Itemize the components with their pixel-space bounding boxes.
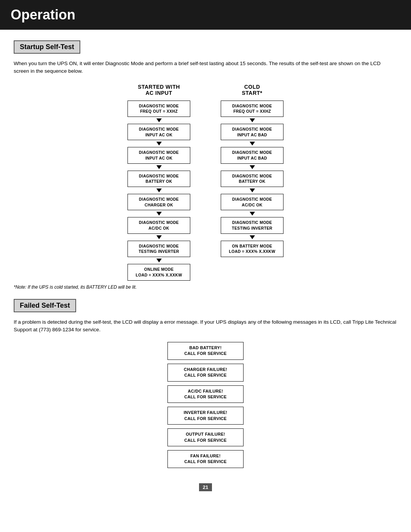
failed-boxes-container: Bad Battery! Call for Service Charger Fa… [14, 342, 397, 472]
page-title: Operation [11, 7, 400, 23]
arrow [156, 259, 162, 262]
failed-section: Failed Self-Test If a problem is detecte… [14, 299, 397, 472]
ac-box-1: Diagnostic Mode Freq Out = XXHz [127, 101, 190, 117]
failed-title: Failed Self-Test [14, 299, 76, 312]
arrow [250, 235, 255, 239]
cold-box-3: Diagnostic Mode Input AC Bad [221, 147, 284, 163]
startup-note: *Note: If the UPS is cold started, its B… [14, 284, 397, 290]
flow-col-ac-input: Started With AC Input Diagnostic Mode Fr… [127, 84, 190, 281]
cold-box-2: Diagnostic Mode Input AC Bad [221, 124, 284, 140]
ac-box-4: Diagnostic Mode Battery OK [127, 171, 190, 187]
arrow [250, 189, 255, 192]
failed-description: If a problem is detected during the self… [14, 318, 397, 334]
failed-box-6: Fan Failure! Call for Service [167, 450, 244, 468]
col1-header: Started With AC Input [138, 84, 180, 96]
flow-col-cold-start: Cold Start* Diagnostic Mode Freq Out = X… [221, 84, 284, 281]
arrow [250, 212, 255, 216]
page-number: 21 [199, 483, 212, 491]
startup-section: Startup Self-Test When you turn the UPS … [14, 40, 397, 290]
cold-box-5: Diagnostic Mode AC/DC OK [221, 194, 284, 210]
ac-box-7: Diagnostic Mode Testing Inverter [127, 241, 190, 257]
ac-box-5: Diagnostic Mode Charger OK [127, 194, 190, 210]
failed-box-1: Bad Battery! Call for Service [167, 342, 244, 360]
startup-title: Startup Self-Test [14, 40, 80, 54]
failed-box-4: Inverter Failure! Call for Service [167, 407, 244, 425]
failed-box-3: AC/DC Failure! Call for Service [167, 385, 244, 403]
arrow [156, 142, 162, 145]
cold-box-4: Diagnostic Mode Battery OK [221, 171, 284, 187]
cold-box-6: Diagnostic Mode Testing Inverter [221, 217, 284, 233]
arrow [250, 118, 255, 122]
arrow [156, 212, 162, 216]
ac-box-2: Diagnostic Mode Input AC OK [127, 124, 190, 140]
ac-box-3: Diagnostic Mode Input AC OK [127, 147, 190, 163]
page-header: Operation [0, 0, 411, 30]
ac-box-8: Online Mode Load = XXX% X.XXKW [127, 264, 190, 280]
startup-description: When you turn the UPS ON, it will enter … [14, 60, 397, 75]
col2-header: Cold Start* [242, 84, 262, 96]
arrow [156, 189, 162, 192]
arrow [156, 118, 162, 122]
arrow [156, 165, 162, 169]
failed-box-5: Output Failure! Call for Service [167, 428, 244, 446]
cold-box-1: Diagnostic Mode Freq Out = XXHz [221, 101, 284, 117]
arrow [250, 142, 255, 145]
ac-box-6: Diagnostic Mode AC/DC OK [127, 217, 190, 233]
arrow [156, 235, 162, 239]
page-number-container: 21 [14, 483, 397, 491]
failed-box-2: Charger Failure! Call for Service [167, 364, 244, 382]
arrow [250, 165, 255, 169]
flow-diagram: Started With AC Input Diagnostic Mode Fr… [14, 84, 397, 281]
cold-box-7: On Battery Mode Load = XXX% X.XXKW [221, 241, 284, 257]
